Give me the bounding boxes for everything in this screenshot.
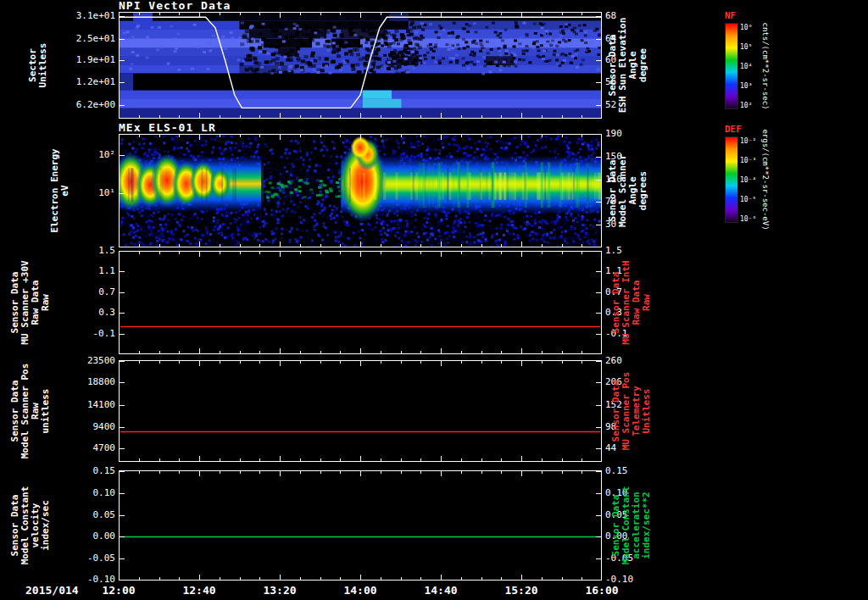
- y-tick-left-modelconst-5: -0.10: [59, 575, 115, 585]
- colorbar-nf-gradient: [726, 24, 737, 108]
- x-tick-label-5: 15:20: [504, 584, 537, 597]
- plot-canvas-scanpos: [119, 360, 602, 462]
- y-tick-left-mu30v-3: 0.3: [59, 308, 115, 318]
- y-tick-left-modelconst-2: 0.05: [59, 510, 115, 520]
- colorbar-nf-tick-2: 10⁴: [740, 63, 752, 70]
- y-axis-label-right-npi: Sensor Data ESH Sun Elevation Angle degr…: [608, 18, 648, 114]
- y-tick-left-modelconst-1: 0.10: [59, 488, 115, 498]
- colorbar-def-title: DEF: [725, 124, 742, 135]
- colorbar-def-unit-label: ergs/(cm**2-sr-sec-eV): [761, 129, 770, 230]
- plot-canvas-npi: [119, 12, 602, 119]
- y-axis-label-left-els: Electron Energy eV: [50, 148, 70, 232]
- y-tick-right-modelconst-5: -0.10: [605, 575, 633, 585]
- y-tick-right-modelconst-0: 0.15: [605, 466, 628, 476]
- colorbar-nf-tick-3: 10³: [740, 82, 752, 90]
- panel-title-els: MEx ELS-01 LR: [119, 121, 216, 134]
- y-tick-left-npi-3: 1.2e+01: [59, 77, 115, 87]
- colorbar-nf-tick-1: 10⁵: [740, 43, 752, 51]
- y-tick-left-npi-1: 2.5e+01: [59, 34, 115, 44]
- colorbar-nf-title: NF: [725, 10, 736, 21]
- x-tick-label-6: 16:00: [585, 584, 618, 597]
- x-tick-label-0: 12:00: [102, 584, 135, 597]
- y-tick-left-scanpos-2: 14100: [59, 400, 115, 410]
- y-axis-label-left-npi: Sector Unitless: [28, 43, 48, 88]
- telemetry-plot-figure: NF cnts/(cm**2-sr-sec) DEF ergs/(cm**2-s…: [0, 0, 868, 600]
- x-tick-label-1: 12:40: [182, 584, 215, 597]
- y-tick-left-npi-4: 6.2e+00: [59, 100, 115, 110]
- y-axis-label-right-scanpos: Sensor Data MU Scanner Pos Telemetry Uni…: [611, 372, 652, 451]
- y-tick-right-scanpos-0: 260: [605, 356, 622, 366]
- x-tick-label-3: 14:00: [343, 584, 376, 597]
- x-axis-date-label: 2015/014: [25, 584, 79, 597]
- y-tick-left-modelconst-4: -0.05: [59, 553, 115, 564]
- y-axis-label-left-scanpos: Sensor Data Model Scanner Pos Raw unitle…: [10, 364, 51, 459]
- y-tick-left-modelconst-0: 0.15: [59, 466, 115, 476]
- y-tick-left-scanpos-1: 18800: [59, 377, 115, 387]
- y-tick-left-mu30v-0: 1.5: [59, 246, 115, 256]
- y-tick-left-npi-2: 1.9e+01: [59, 55, 115, 65]
- y-tick-left-mu30v-2: 0.7: [59, 287, 115, 297]
- y-axis-label-right-mu30v: Sensor Data MU Scanner IntH Raw Data Raw: [611, 260, 652, 344]
- colorbar-nf-tick-4: 10²: [740, 102, 752, 109]
- y-tick-left-modelconst-3: 0.00: [59, 531, 115, 542]
- y-tick-left-scanpos-3: 9400: [59, 422, 115, 432]
- plot-canvas-els: [119, 134, 602, 247]
- y-axis-label-right-els: Sensor Data Model Scanner Angle degrees: [608, 154, 648, 227]
- x-tick-label-2: 13:20: [263, 584, 296, 597]
- colorbar-def-tick-0: 10⁻²: [740, 137, 756, 145]
- y-tick-right-mu30v-0: 1.5: [605, 246, 622, 256]
- y-axis-label-left-modelconst: Sensor Data Model Constant velocity inde…: [10, 486, 51, 565]
- plot-canvas-modelconst: [119, 470, 602, 581]
- colorbar-nf-tick-0: 10⁶: [740, 24, 752, 31]
- y-axis-label-right-modelconst: Sensor Data Model Constant acceleration …: [611, 486, 652, 565]
- y-axis-label-left-mu30v: Sensor Data MU Scanner +30V Raw Data Raw: [10, 260, 51, 344]
- y-tick-left-mu30v-4: -0.1: [59, 329, 115, 339]
- plot-canvas-mu30v: [119, 251, 602, 354]
- colorbar-def-tick-1: 10⁻³: [740, 157, 756, 164]
- y-tick-left-npi-0: 3.1e+01: [59, 11, 115, 21]
- colorbar-def-tick-2: 10⁻⁴: [740, 176, 756, 184]
- colorbar-def-tick-4: 10⁻⁶: [740, 215, 756, 223]
- colorbar-def-gradient: [726, 137, 737, 222]
- x-tick-label-4: 14:40: [424, 584, 457, 597]
- colorbar-def-tick-3: 10⁻⁵: [740, 196, 756, 203]
- panel-title-npi: NPI Vector Data: [119, 0, 231, 12]
- colorbar-nf-unit-label: cnts/(cm**2-sr-sec): [761, 23, 770, 110]
- y-tick-left-scanpos-4: 4700: [59, 443, 115, 453]
- y-tick-right-els-0: 190: [605, 129, 622, 139]
- y-tick-left-scanpos-0: 23500: [59, 356, 115, 366]
- y-tick-left-mu30v-1: 1.1: [59, 266, 115, 276]
